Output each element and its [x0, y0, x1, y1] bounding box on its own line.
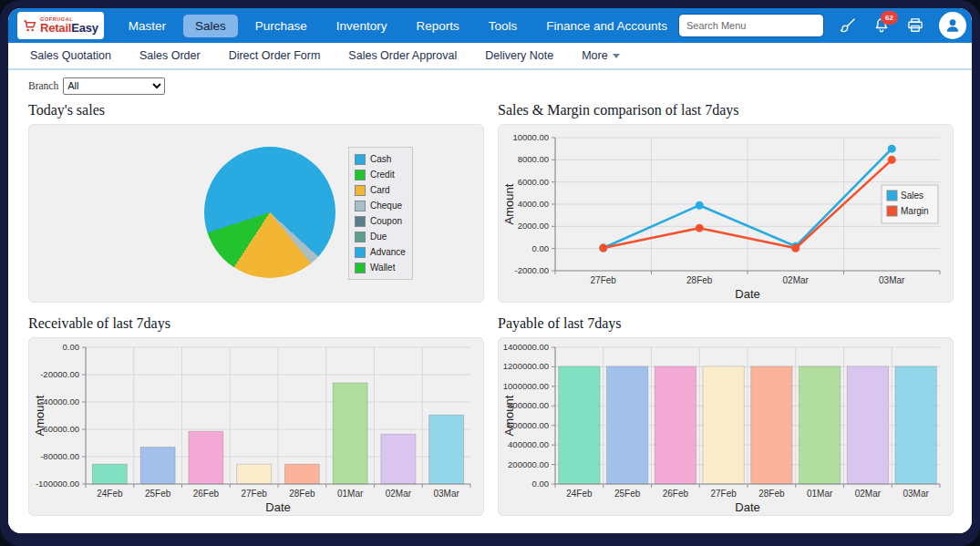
nav-item-reports[interactable]: Reports: [404, 15, 470, 37]
svg-text:400000.00: 400000.00: [508, 439, 549, 449]
legend-item-credit: Credit: [355, 167, 406, 182]
svg-text:8000.00: 8000.00: [518, 154, 549, 164]
receivable-section: Receivable of last 7days 0.00-20000.00-4…: [28, 303, 484, 516]
legend-item-cheque: Cheque: [355, 198, 406, 213]
svg-text:-100000.00: -100000.00: [36, 479, 79, 489]
svg-text:1000000.00: 1000000.00: [503, 381, 549, 391]
svg-text:1400000.00: 1400000.00: [503, 342, 549, 352]
branch-label: Branch: [28, 80, 58, 91]
main-menu: Master Sales Purchase Inventory Reports …: [117, 15, 679, 37]
svg-text:-2000.00: -2000.00: [514, 265, 549, 275]
subnav-more[interactable]: More: [582, 49, 619, 62]
charts-grid: Today's sales CashCreditCardChequeCoupon…: [28, 97, 952, 516]
svg-text:Sales: Sales: [901, 191, 923, 201]
svg-text:27Feb: 27Feb: [591, 275, 617, 285]
todays-sales-title: Today's sales: [28, 102, 484, 118]
svg-text:28Feb: 28Feb: [758, 489, 785, 499]
subnav-more-label: More: [582, 49, 607, 62]
svg-text:28Feb: 28Feb: [289, 489, 315, 499]
legend-item-cash: Cash: [355, 151, 406, 167]
menu-search-input[interactable]: [679, 15, 823, 36]
nav-item-finance-accounts[interactable]: Finance and Accounts: [534, 15, 679, 37]
notifications-bell-icon[interactable]: 62: [872, 15, 892, 36]
logo-text: GOFRUGAL RetailEasy: [40, 17, 98, 35]
svg-text:Date: Date: [265, 500, 290, 514]
svg-text:25Feb: 25Feb: [145, 489, 171, 499]
svg-text:28Feb: 28Feb: [686, 275, 713, 285]
topnav-icons: 62: [838, 12, 966, 39]
pie-legend: CashCreditCardChequeCouponDueAdvanceWall…: [348, 147, 413, 280]
svg-text:-80000.00: -80000.00: [40, 451, 79, 461]
svg-text:24Feb: 24Feb: [97, 489, 123, 499]
nav-item-master[interactable]: Master: [117, 15, 178, 37]
pie-chart: [204, 147, 335, 278]
nav-item-tools[interactable]: Tools: [477, 15, 530, 37]
svg-text:25Feb: 25Feb: [614, 489, 641, 499]
payable-panel: 1400000.001200000.001000000.00800000.006…: [498, 337, 954, 516]
svg-text:02Mar: 02Mar: [855, 489, 882, 499]
notification-badge: 62: [881, 11, 898, 25]
legend-item-advance: Advance: [355, 244, 406, 260]
person-icon: [944, 16, 962, 35]
svg-text:27Feb: 27Feb: [241, 489, 267, 499]
svg-text:01Mar: 01Mar: [337, 489, 364, 499]
top-navbar: GOFRUGAL RetailEasy Master Sales Purchas…: [8, 8, 972, 43]
branch-select[interactable]: All: [63, 77, 165, 95]
subnav-sales-order-approval[interactable]: Sales Order Approval: [348, 49, 457, 62]
svg-text:Amount: Amount: [33, 395, 46, 436]
payable-section: Payable of last 7days 1400000.001200000.…: [498, 303, 954, 516]
logo-brand-retail: Retail: [40, 21, 71, 35]
svg-text:0.00: 0.00: [532, 243, 550, 253]
cart-icon: [23, 19, 36, 33]
svg-text:26Feb: 26Feb: [193, 489, 220, 499]
svg-text:24Feb: 24Feb: [566, 489, 593, 499]
legend-item-card: Card: [355, 182, 406, 198]
user-avatar[interactable]: [939, 12, 966, 39]
window-frame: GOFRUGAL RetailEasy Master Sales Purchas…: [0, 0, 980, 546]
subnav-direct-order-form[interactable]: Direct Order Form: [229, 49, 321, 62]
svg-text:02Mar: 02Mar: [386, 489, 412, 499]
sales-margin-panel: 10000.008000.006000.004000.002000.000.00…: [498, 124, 954, 303]
printer-icon[interactable]: [905, 15, 925, 36]
svg-text:Amount: Amount: [502, 183, 516, 224]
svg-text:Date: Date: [735, 287, 759, 301]
todays-sales-section: Today's sales CashCreditCardChequeCoupon…: [28, 97, 484, 303]
svg-text:200000.00: 200000.00: [508, 459, 549, 469]
app-logo[interactable]: GOFRUGAL RetailEasy: [17, 12, 104, 39]
svg-text:01Mar: 01Mar: [807, 489, 833, 499]
dashboard: Branch All Today's sales CashCreditCardC…: [8, 70, 972, 533]
todays-sales-panel: CashCreditCardChequeCouponDueAdvanceWall…: [28, 124, 484, 303]
sales-submenu: Sales Quotation Sales Order Direct Order…: [8, 43, 972, 70]
svg-text:03Mar: 03Mar: [879, 275, 905, 285]
nav-item-sales[interactable]: Sales: [183, 15, 238, 37]
receivable-bar-chart: 0.00-20000.00-40000.00-60000.00-80000.00…: [29, 338, 483, 515]
legend-item-coupon: Coupon: [355, 213, 406, 229]
svg-text:6000.00: 6000.00: [518, 177, 549, 187]
legend-item-wallet: Wallet: [355, 260, 406, 275]
payable-title: Payable of last 7days: [498, 315, 954, 332]
svg-text:Margin: Margin: [901, 206, 929, 216]
svg-text:0.00: 0.00: [63, 342, 80, 352]
svg-text:10000.00: 10000.00: [512, 132, 549, 142]
subnav-sales-order[interactable]: Sales Order: [139, 49, 201, 62]
theme-brush-icon[interactable]: [838, 15, 858, 36]
svg-text:-20000.00: -20000.00: [40, 369, 79, 379]
svg-text:26Feb: 26Feb: [663, 489, 689, 499]
nav-item-inventory[interactable]: Inventory: [325, 15, 399, 37]
receivable-title: Receivable of last 7days: [28, 315, 484, 332]
subnav-sales-quotation[interactable]: Sales Quotation: [30, 49, 111, 62]
subnav-delivery-note[interactable]: Delivery Note: [485, 49, 553, 62]
svg-text:03Mar: 03Mar: [903, 489, 929, 499]
nav-item-purchase[interactable]: Purchase: [243, 15, 319, 37]
sales-margin-title: Sales & Margin comparison of last 7days: [498, 102, 954, 118]
branch-filter-row: Branch All: [28, 77, 952, 95]
svg-text:1200000.00: 1200000.00: [503, 361, 549, 371]
svg-text:03Mar: 03Mar: [433, 489, 459, 499]
logo-brand-easy: Easy: [71, 21, 98, 35]
svg-text:Amount: Amount: [502, 395, 516, 436]
legend-item-due: Due: [355, 229, 406, 244]
svg-text:2000.00: 2000.00: [518, 221, 549, 231]
svg-text:02Mar: 02Mar: [783, 275, 810, 285]
sales-margin-line-chart: 10000.008000.006000.004000.002000.000.00…: [499, 125, 953, 302]
app-window: GOFRUGAL RetailEasy Master Sales Purchas…: [8, 8, 972, 533]
